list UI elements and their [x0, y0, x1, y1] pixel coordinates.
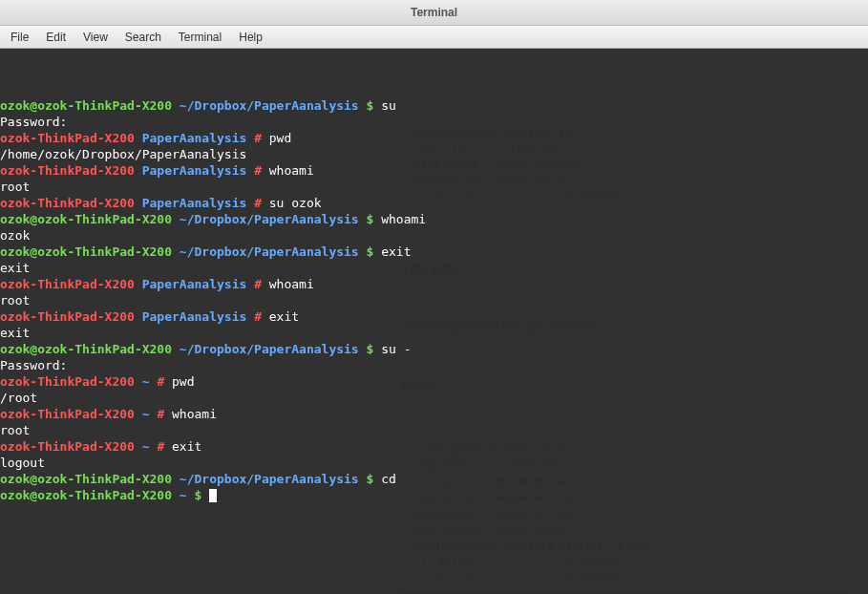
prompt-symbol: #	[254, 131, 262, 145]
prompt-symbol: $	[367, 244, 374, 259]
menu-view[interactable]: View	[74, 28, 116, 47]
command-text: whoami	[269, 163, 314, 178]
command-text: whoami	[172, 407, 217, 421]
terminal-line: ozok@ozok-ThinkPad-X200 ~/Dropbox/PaperA…	[0, 471, 868, 487]
prompt-path: PaperAanalysis	[142, 309, 247, 324]
terminal-line: ozok-ThinkPad-X200 ~ # pwd	[0, 373, 868, 390]
prompt-path: PaperAanalysis	[142, 131, 247, 145]
terminal-output-text: root	[0, 293, 30, 308]
prompt-symbol: #	[157, 439, 164, 454]
prompt-host: ozok-ThinkPad-X200	[0, 163, 135, 178]
prompt-host: ozok@ozok-ThinkPad-X200	[0, 244, 172, 259]
terminal-output-text: Password:	[0, 115, 67, 129]
window-titlebar: Terminal	[0, 0, 868, 26]
terminal-viewport[interactable]: [saydin@narice saydın]$ ps PID TTY TIME …	[0, 49, 868, 594]
terminal-line: ozok-ThinkPad-X200 ~ # exit	[0, 438, 868, 455]
terminal-output-text: logout	[0, 456, 45, 470]
prompt-path: PaperAanalysis	[142, 163, 247, 178]
terminal-line: ozok@ozok-ThinkPad-X200 ~/Dropbox/PaperA…	[0, 244, 868, 260]
prompt-path: ~/Dropbox/PaperAanalysis	[180, 472, 359, 486]
command-text: su -	[381, 342, 411, 356]
terminal-output-text: root	[0, 180, 30, 194]
prompt-path: ~/Dropbox/PaperAanalysis	[180, 98, 359, 113]
prompt-host: ozok-ThinkPad-X200	[0, 439, 135, 454]
command-text: exit	[172, 439, 201, 454]
terminal-output-text: root	[0, 423, 30, 437]
prompt-symbol: #	[254, 196, 262, 210]
prompt-host: ozok-ThinkPad-X200	[0, 374, 135, 389]
terminal-output-text: Password:	[0, 358, 67, 372]
prompt-symbol: #	[254, 163, 262, 178]
cursor	[209, 489, 217, 502]
command-text: whoami	[269, 277, 314, 291]
terminal-line: ozok-ThinkPad-X200 PaperAanalysis # pwd	[0, 130, 868, 146]
terminal-line: ozok	[0, 227, 868, 244]
menu-search[interactable]: Search	[116, 28, 170, 47]
terminal-line: ozok@ozok-ThinkPad-X200 ~/Dropbox/PaperA…	[0, 211, 868, 227]
prompt-host: ozok@ozok-ThinkPad-X200	[0, 472, 172, 486]
prompt-host: ozok@ozok-ThinkPad-X200	[0, 342, 172, 356]
terminal-line: ozok@ozok-ThinkPad-X200 ~/Dropbox/PaperA…	[0, 341, 868, 357]
terminal-line: logout	[0, 455, 868, 471]
terminal-output-text: /root	[0, 391, 37, 405]
terminal-line: ozok-ThinkPad-X200 PaperAanalysis # whoa…	[0, 162, 868, 179]
prompt-path: ~	[180, 488, 187, 502]
terminal-line: /home/ozok/Dropbox/PaperAanalysis	[0, 146, 868, 162]
prompt-symbol: #	[157, 407, 164, 421]
prompt-path: ~	[142, 439, 150, 454]
terminal-line: root	[0, 179, 868, 195]
prompt-host: ozok@ozok-ThinkPad-X200	[0, 98, 172, 113]
prompt-symbol: #	[254, 309, 262, 324]
command-text: cd	[381, 472, 396, 486]
prompt-symbol: $	[195, 488, 202, 502]
prompt-path: ~	[142, 407, 150, 421]
window-title: Terminal	[411, 6, 457, 19]
prompt-symbol: $	[367, 212, 374, 226]
prompt-symbol: $	[367, 98, 374, 113]
command-text: pwd	[172, 374, 194, 389]
menubar: File Edit View Search Terminal Help	[0, 26, 868, 49]
prompt-host: ozok-ThinkPad-X200	[0, 131, 135, 145]
command-text: su ozok	[269, 196, 322, 210]
command-text: whoami	[381, 212, 426, 226]
menu-file[interactable]: File	[2, 28, 37, 47]
terminal-line: exit	[0, 260, 868, 276]
terminal-line: ozok-ThinkPad-X200 PaperAanalysis # exit	[0, 308, 868, 325]
prompt-host: ozok-ThinkPad-X200	[0, 196, 135, 210]
terminal-output: ozok@ozok-ThinkPad-X200 ~/Dropbox/PaperA…	[0, 97, 868, 503]
prompt-symbol: #	[254, 277, 262, 291]
terminal-output-text: exit	[0, 326, 30, 340]
terminal-line: ozok-ThinkPad-X200 ~ # whoami	[0, 406, 868, 422]
command-text: su	[381, 98, 396, 113]
prompt-host: ozok@ozok-ThinkPad-X200	[0, 212, 172, 226]
terminal-line: ozok@ozok-ThinkPad-X200 ~/Dropbox/PaperA…	[0, 97, 868, 114]
prompt-host: ozok-ThinkPad-X200	[0, 309, 135, 324]
terminal-line: ozok@ozok-ThinkPad-X200 ~ $	[0, 487, 868, 503]
terminal-line: root	[0, 292, 868, 308]
terminal-output-text: /home/ozok/Dropbox/PaperAanalysis	[0, 147, 246, 161]
prompt-host: ozok@ozok-ThinkPad-X200	[0, 488, 172, 502]
prompt-symbol: #	[157, 374, 164, 389]
prompt-path: PaperAanalysis	[142, 277, 247, 291]
terminal-line: ozok-ThinkPad-X200 PaperAanalysis # whoa…	[0, 276, 868, 292]
prompt-path: ~	[142, 374, 150, 389]
prompt-path: ~/Dropbox/PaperAanalysis	[180, 212, 359, 226]
terminal-line: root	[0, 422, 868, 438]
menu-edit[interactable]: Edit	[37, 28, 74, 47]
prompt-host: ozok-ThinkPad-X200	[0, 407, 135, 421]
terminal-line: Password:	[0, 114, 868, 130]
prompt-host: ozok-ThinkPad-X200	[0, 277, 135, 291]
command-text: pwd	[269, 131, 291, 145]
prompt-symbol: $	[367, 342, 374, 356]
terminal-line: /root	[0, 390, 868, 406]
command-text: exit	[381, 244, 411, 259]
terminal-output-text: ozok	[0, 228, 30, 243]
menu-help[interactable]: Help	[230, 28, 271, 47]
terminal-line: exit	[0, 325, 868, 341]
command-text: exit	[269, 309, 299, 324]
prompt-path: ~/Dropbox/PaperAanalysis	[180, 342, 359, 356]
prompt-path: PaperAanalysis	[142, 196, 247, 210]
terminal-line: ozok-ThinkPad-X200 PaperAanalysis # su o…	[0, 195, 868, 211]
prompt-symbol: $	[367, 472, 374, 486]
menu-terminal[interactable]: Terminal	[170, 28, 230, 47]
